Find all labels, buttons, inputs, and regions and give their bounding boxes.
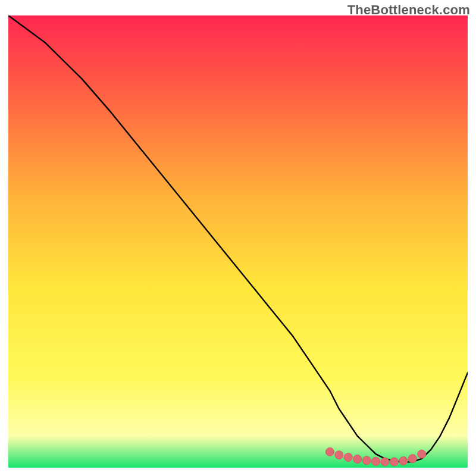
optimal-marker xyxy=(335,451,343,459)
optimal-marker xyxy=(408,455,416,463)
optimal-marker xyxy=(353,455,362,464)
chart-svg xyxy=(8,15,468,468)
watermark-text: TheBottleneck.com xyxy=(347,2,470,18)
gradient-background xyxy=(8,15,468,468)
optimal-marker xyxy=(418,450,426,458)
optimal-marker xyxy=(325,447,334,456)
optimal-marker xyxy=(372,457,380,465)
plot-area xyxy=(8,15,468,468)
optimal-marker xyxy=(381,458,389,466)
optimal-marker xyxy=(344,453,352,462)
chart-stage: TheBottleneck.com xyxy=(0,0,476,476)
optimal-marker xyxy=(362,456,371,465)
optimal-marker xyxy=(390,458,399,466)
optimal-marker xyxy=(399,457,408,465)
